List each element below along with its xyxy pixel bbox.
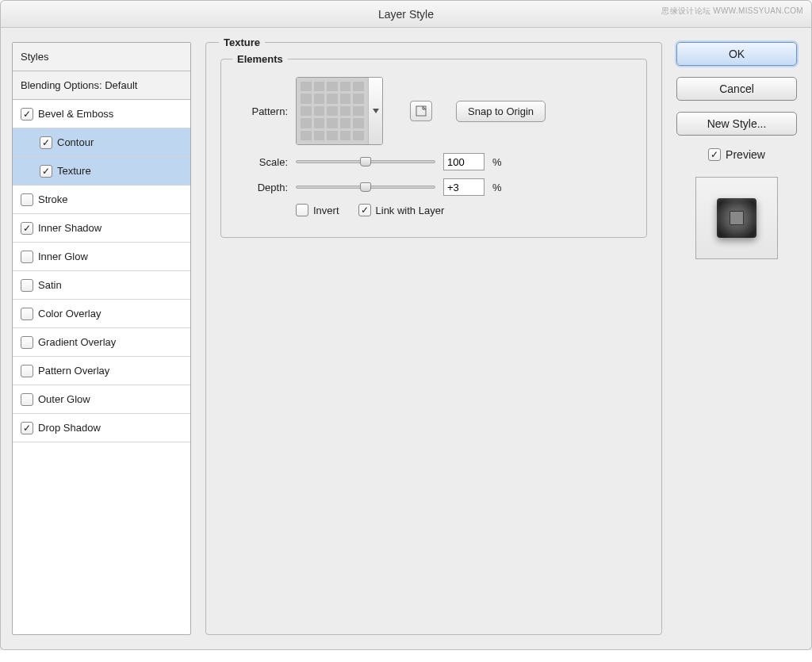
style-row-satin[interactable]: Satin <box>13 271 190 300</box>
ok-button[interactable]: OK <box>676 42 797 66</box>
ok-label: OK <box>729 48 745 60</box>
blending-options-label: Blending Options: Default <box>21 79 137 91</box>
style-label: Stroke <box>38 193 68 205</box>
style-row-drop-shadow[interactable]: Drop Shadow <box>13 414 190 442</box>
style-checkbox[interactable] <box>21 308 33 320</box>
pattern-picker[interactable] <box>296 77 383 145</box>
elements-group: Elements Pattern: <box>220 59 647 238</box>
style-label: Color Overlay <box>38 308 101 320</box>
right-button-column: OK Cancel New Style... Preview <box>676 42 797 635</box>
pattern-label: Pattern: <box>236 105 288 117</box>
page-curl-icon <box>416 105 427 117</box>
style-checkbox[interactable] <box>21 193 33 206</box>
titlebar: Layer Style 思缘设计论坛 WWW.MISSYUAN.COM <box>1 1 811 28</box>
panel-title: Texture <box>219 36 265 48</box>
scale-slider[interactable] <box>296 155 435 168</box>
cancel-label: Cancel <box>719 82 754 95</box>
preview-label: Preview <box>726 148 765 161</box>
style-row-pattern-overlay[interactable]: Pattern Overlay <box>13 357 190 385</box>
new-style-label: New Style... <box>707 117 767 130</box>
preview-swatch <box>717 198 756 238</box>
style-checkbox[interactable] <box>21 279 33 292</box>
style-checkbox[interactable] <box>21 422 33 434</box>
style-checkbox[interactable] <box>40 136 52 149</box>
depth-slider-thumb[interactable] <box>360 182 371 192</box>
elements-legend: Elements <box>232 53 288 65</box>
invert-checkbox[interactable] <box>296 204 308 216</box>
style-row-stroke[interactable]: Stroke <box>13 186 190 214</box>
style-label: Inner Glow <box>38 251 88 262</box>
style-label: Contour <box>57 136 94 148</box>
cancel-button[interactable]: Cancel <box>676 77 797 101</box>
texture-panel: Texture Elements Pattern: <box>205 42 662 635</box>
style-row-contour[interactable]: Contour <box>13 128 190 157</box>
style-label: Texture <box>57 165 91 177</box>
preview-row: Preview <box>676 148 797 161</box>
style-label: Outer Glow <box>38 393 90 405</box>
styles-header-label: Styles <box>21 51 48 63</box>
style-checkbox[interactable] <box>21 222 33 235</box>
style-row-inner-shadow[interactable]: Inner Shadow <box>13 214 190 243</box>
depth-input[interactable] <box>443 178 485 196</box>
window-title: Layer Style <box>378 8 434 21</box>
style-checkbox[interactable] <box>21 251 33 263</box>
style-label: Inner Shadow <box>38 222 102 234</box>
style-row-bevel-emboss[interactable]: Bevel & Emboss <box>13 100 190 128</box>
chevron-down-icon <box>373 109 379 113</box>
depth-slider[interactable] <box>296 181 435 193</box>
scale-input[interactable] <box>443 153 485 170</box>
styles-header[interactable]: Styles <box>13 43 190 71</box>
dialog-content: Styles Blending Options: Default Bevel &… <box>1 28 811 649</box>
snap-to-origin-button[interactable]: Snap to Origin <box>456 101 546 122</box>
new-style-button[interactable]: New Style... <box>676 112 797 136</box>
style-checkbox[interactable] <box>21 393 33 406</box>
pattern-swatch <box>297 78 368 144</box>
new-pattern-button[interactable] <box>410 101 432 121</box>
style-row-gradient-overlay[interactable]: Gradient Overlay <box>13 328 190 357</box>
preview-thumbnail <box>695 177 778 259</box>
style-checkbox[interactable] <box>40 165 52 178</box>
link-with-layer-checkbox[interactable] <box>358 204 371 216</box>
styles-list: Styles Blending Options: Default Bevel &… <box>12 42 191 635</box>
style-row-color-overlay[interactable]: Color Overlay <box>13 300 190 328</box>
style-checkbox[interactable] <box>21 108 33 121</box>
style-label: Bevel & Emboss <box>38 108 113 120</box>
style-label: Satin <box>38 279 62 291</box>
snap-label: Snap to Origin <box>468 105 534 117</box>
depth-unit: % <box>492 182 502 193</box>
preview-checkbox[interactable] <box>708 148 721 161</box>
style-label: Pattern Overlay <box>38 365 109 377</box>
style-row-texture[interactable]: Texture <box>13 157 190 186</box>
watermark-text: 思缘设计论坛 WWW.MISSYUAN.COM <box>661 6 803 17</box>
link-label: Link with Layer <box>376 205 445 216</box>
layer-style-dialog: Layer Style 思缘设计论坛 WWW.MISSYUAN.COM Styl… <box>0 0 812 650</box>
invert-label: Invert <box>313 205 339 216</box>
scale-label: Scale: <box>236 156 288 168</box>
style-label: Drop Shadow <box>38 422 101 434</box>
scale-unit: % <box>492 156 502 168</box>
scale-slider-thumb[interactable] <box>360 157 371 166</box>
style-checkbox[interactable] <box>21 336 33 349</box>
style-row-inner-glow[interactable]: Inner Glow <box>13 243 190 271</box>
style-checkbox[interactable] <box>21 365 33 377</box>
pattern-dropdown-arrow[interactable] <box>368 78 382 144</box>
blending-options-row[interactable]: Blending Options: Default <box>13 71 190 100</box>
style-row-outer-glow[interactable]: Outer Glow <box>13 385 190 414</box>
depth-label: Depth: <box>236 182 288 193</box>
style-label: Gradient Overlay <box>38 336 116 348</box>
